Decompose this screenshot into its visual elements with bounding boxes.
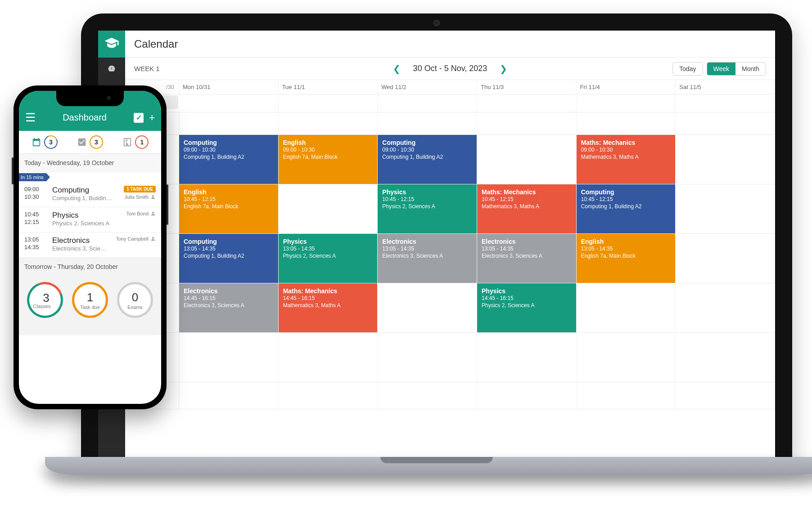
calendar-cell[interactable] xyxy=(179,112,279,135)
today-button[interactable]: Today xyxy=(672,62,703,76)
calendar-cell[interactable] xyxy=(477,112,577,135)
calendar-event[interactable]: Physics10:45 - 12:15Physics 2, Sciences … xyxy=(378,184,477,233)
calendar-cell[interactable] xyxy=(676,234,775,283)
calendar-cell[interactable]: English13:05 - 14:35English 7a, Main Blo… xyxy=(577,234,676,283)
calendar-event[interactable]: Maths: Mechanics10:45 - 12:15Mathematics… xyxy=(477,184,576,233)
event-time: 09:00 - 10:30 xyxy=(283,147,373,154)
calendar-cell[interactable] xyxy=(477,135,577,184)
calendar-event[interactable]: Electronics13:05 - 14:35Electronics 3, S… xyxy=(378,234,477,283)
tomorrow-exams-num: 0 xyxy=(132,291,138,304)
calendar-cell[interactable] xyxy=(378,333,477,382)
calendar-cell[interactable] xyxy=(378,112,477,135)
calendar-cell[interactable]: Computing10:45 - 12:15Computing 1, Build… xyxy=(577,184,676,234)
item-times: 10:4512:15 xyxy=(24,211,48,227)
event-location: Mathematics 3, Maths A xyxy=(482,203,572,210)
calendar-cell[interactable] xyxy=(676,135,775,184)
event-time: 13:05 - 14:35 xyxy=(482,246,572,253)
phone-class-item[interactable]: 09:0010:30ComputingComputing 1, Buildin…… xyxy=(19,182,161,207)
calendar-cell[interactable]: Physics14:45 - 16:15Physics 2, Sciences … xyxy=(477,283,577,333)
calendar-cell[interactable]: Electronics13:05 - 14:35Electronics 3, S… xyxy=(477,234,577,283)
allday-tue[interactable] xyxy=(279,94,378,112)
allday-mon[interactable] xyxy=(179,94,279,112)
calendar-cell[interactable] xyxy=(577,283,676,333)
calendar-cell[interactable]: Electronics14:45 - 16:15Electronics 3, S… xyxy=(179,283,279,333)
tomorrow-tasks-ring[interactable]: 1 Task due xyxy=(72,282,108,318)
calendar-cell[interactable] xyxy=(279,333,378,382)
calendar-cell[interactable] xyxy=(179,382,279,409)
calendar-cell[interactable]: Computing09:00 - 10:30Computing 1, Build… xyxy=(378,135,477,184)
calendar-cell[interactable] xyxy=(676,382,775,409)
calendar-event[interactable]: Computing13:05 - 14:35Computing 1, Build… xyxy=(179,234,278,283)
menu-icon[interactable]: ☰ xyxy=(25,111,36,125)
calendar-cell[interactable] xyxy=(279,382,378,409)
sidebar-dashboard-icon[interactable] xyxy=(98,58,125,80)
item-location: Computing 1, Buildin… xyxy=(52,195,119,201)
allday-wed[interactable] xyxy=(378,94,477,112)
calendar-event[interactable]: Maths: Mechanics09:00 - 10:30Mathematics… xyxy=(577,135,676,184)
view-month[interactable]: Month xyxy=(735,63,766,75)
calendar: /30 Mon 10/31 Tue 11/1 Wed 11/2 Thu 11/3… xyxy=(125,80,775,459)
calendar-cell[interactable]: Computing13:05 - 14:35Computing 1, Build… xyxy=(179,234,279,283)
phone-class-item[interactable]: 13:0514:35ElectronicsElectronics 3, Scie… xyxy=(19,233,161,258)
app-logo[interactable] xyxy=(98,31,125,58)
event-time: 14:45 - 16:15 xyxy=(482,295,572,302)
allday-thu[interactable] xyxy=(477,94,577,112)
view-week[interactable]: Week xyxy=(707,63,736,75)
event-time: 13:05 - 14:35 xyxy=(581,246,671,253)
calendar-event[interactable]: Physics13:05 - 14:35Physics 2, Sciences … xyxy=(279,234,378,283)
calendar-cell[interactable]: English10:45 - 12:15English 7a, Main Blo… xyxy=(179,184,279,234)
tab-exams[interactable]: A 1 xyxy=(122,135,149,149)
laptop-screen: Calendar WEEK 1 ❮ 30 Oct - 5 Nov, 2023 ❯… xyxy=(98,31,775,459)
calendar-cell[interactable]: Maths: Mechanics14:45 - 16:15Mathematics… xyxy=(279,283,378,333)
allday-fri[interactable] xyxy=(577,94,676,112)
prev-week-button[interactable]: ❮ xyxy=(393,63,401,74)
calendar-cell[interactable] xyxy=(577,382,676,409)
calendar-cell[interactable] xyxy=(577,333,676,382)
calendar-cell[interactable] xyxy=(378,283,477,333)
calendar-event[interactable]: English13:05 - 14:35English 7a, Main Blo… xyxy=(577,234,676,283)
calendar-event[interactable]: Maths: Mechanics14:45 - 16:15Mathematics… xyxy=(279,283,378,332)
calendar-cell[interactable] xyxy=(279,112,378,135)
calendar-cell[interactable] xyxy=(378,382,477,409)
calendar-event[interactable]: Computing10:45 - 12:15Computing 1, Build… xyxy=(577,184,676,233)
calendar-event[interactable]: Computing09:00 - 10:30Computing 1, Build… xyxy=(378,135,477,184)
calendar-cell[interactable] xyxy=(676,112,775,135)
event-location: Physics 2, Sciences A xyxy=(283,253,373,260)
calendar-cell[interactable]: Physics10:45 - 12:15Physics 2, Sciences … xyxy=(378,184,477,234)
calendar-cell[interactable]: Electronics13:05 - 14:35Electronics 3, S… xyxy=(378,234,477,283)
calendar-event[interactable]: English09:00 - 10:30English 7a, Main Blo… xyxy=(279,135,378,184)
calendar-event[interactable]: Electronics13:05 - 14:35Electronics 3, S… xyxy=(477,234,576,283)
add-icon[interactable]: + xyxy=(149,112,155,124)
calendar-cell[interactable]: Computing09:00 - 10:30Computing 1, Build… xyxy=(179,135,279,184)
tab-classes[interactable]: 3 xyxy=(32,135,58,149)
calendar-cell[interactable]: Physics13:05 - 14:35Physics 2, Sciences … xyxy=(279,234,378,283)
calendar-cell[interactable] xyxy=(577,112,676,135)
tomorrow-classes-ring[interactable]: 3 Classes xyxy=(21,276,69,324)
tab-tasks[interactable]: 3 xyxy=(77,135,103,149)
phone-class-item[interactable]: 10:4512:15PhysicsPhysics 2, Sciences ATo… xyxy=(19,207,161,233)
calendar-event[interactable]: Electronics14:45 - 16:15Electronics 3, S… xyxy=(179,283,278,332)
allday-sat[interactable] xyxy=(676,94,775,112)
calendar-cell[interactable] xyxy=(477,333,577,382)
event-time: 14:45 - 16:15 xyxy=(283,295,373,302)
next-week-button[interactable]: ❯ xyxy=(500,63,507,74)
event-title: Physics xyxy=(283,237,373,246)
calendar-cell[interactable]: Maths: Mechanics10:45 - 12:15Mathematics… xyxy=(477,184,577,234)
calendar-cell[interactable] xyxy=(179,333,279,382)
in-banner: In 15 mins xyxy=(19,173,161,182)
calendar-event[interactable]: Physics14:45 - 16:15Physics 2, Sciences … xyxy=(477,283,576,332)
tomorrow-exams-ring[interactable]: 0 Exams xyxy=(117,282,153,318)
calendar-cell[interactable] xyxy=(279,184,378,234)
calendar-cell[interactable] xyxy=(477,382,577,409)
checkbox-icon[interactable]: ✓ xyxy=(134,113,144,123)
calendar-event[interactable]: English10:45 - 12:15English 7a, Main Blo… xyxy=(179,184,278,233)
event-location: Mathematics 3, Maths A xyxy=(581,154,671,161)
calendar-event[interactable]: Computing09:00 - 10:30Computing 1, Build… xyxy=(179,135,278,184)
calendar-cell[interactable] xyxy=(676,283,775,333)
calendar-cell[interactable]: English09:00 - 10:30English 7a, Main Blo… xyxy=(279,135,378,184)
calendar-cell[interactable]: Maths: Mechanics09:00 - 10:30Mathematics… xyxy=(577,135,676,184)
laptop-frame: Calendar WEEK 1 ❮ 30 Oct - 5 Nov, 2023 ❯… xyxy=(81,13,792,459)
event-time: 14:45 - 16:15 xyxy=(184,295,274,302)
calendar-cell[interactable] xyxy=(676,333,775,382)
calendar-cell[interactable] xyxy=(676,184,775,234)
